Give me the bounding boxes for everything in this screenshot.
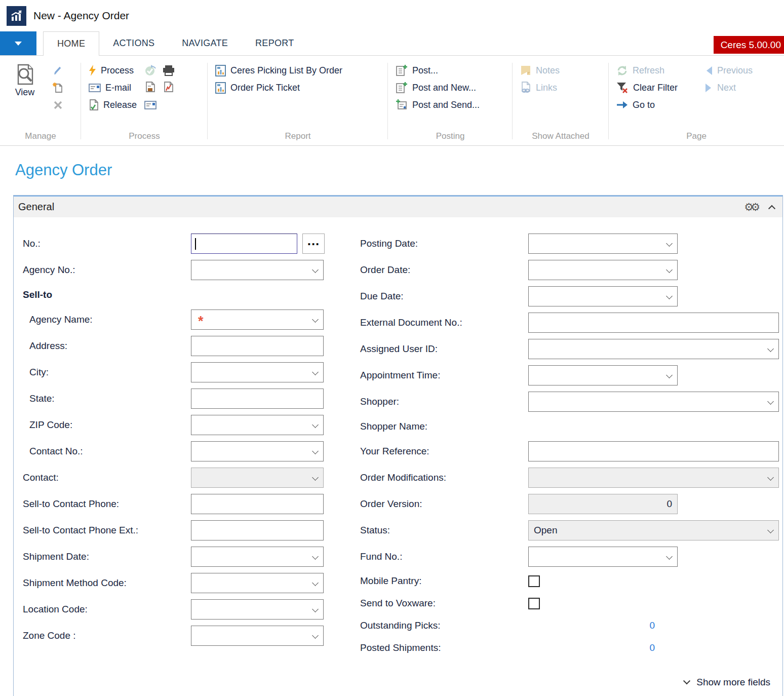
field-row-posted-shipments: Posted Shipments: 0 xyxy=(360,637,784,659)
state-input[interactable] xyxy=(191,389,324,409)
clear-filter-button[interactable]: Clear Filter xyxy=(614,79,702,96)
field-row-shipment-date: Shipment Date: xyxy=(23,544,347,570)
ceres-picking-list-button[interactable]: Ceres Picking List By Order xyxy=(213,62,345,79)
chevron-down-icon xyxy=(666,266,673,273)
post-send-icon xyxy=(396,99,408,111)
notes-button-label: Notes xyxy=(536,65,560,76)
posting-date-dropdown[interactable] xyxy=(528,234,678,254)
tab-home[interactable]: HOME xyxy=(43,31,99,56)
outstanding-picks-value[interactable]: 0 xyxy=(528,620,655,631)
post-and-send-button[interactable]: Post and Send... xyxy=(393,96,482,113)
shopper-dropdown[interactable] xyxy=(528,392,779,412)
city-label: City: xyxy=(23,367,191,378)
chevron-down-icon xyxy=(312,266,319,273)
edit-button[interactable] xyxy=(49,62,67,79)
show-more-fields-button[interactable]: Show more fields xyxy=(684,677,770,688)
picking-document-button[interactable] xyxy=(141,79,160,96)
due-date-dropdown[interactable] xyxy=(528,286,678,306)
general-fasttab: General ⚙⚙ No.: ... Agency No.: xyxy=(13,195,783,696)
no-assist-edit-button[interactable]: ... xyxy=(302,234,325,254)
tab-report[interactable]: REPORT xyxy=(242,31,307,55)
your-reference-input[interactable] xyxy=(528,441,779,461)
shipment-method-code-label: Shipment Method Code: xyxy=(23,577,191,589)
goto-button[interactable]: Go to xyxy=(614,96,702,113)
process-button[interactable]: Process xyxy=(86,62,139,79)
city-dropdown[interactable] xyxy=(191,362,324,382)
post-button-label: Post... xyxy=(412,65,438,76)
appointment-time-dropdown[interactable] xyxy=(528,365,678,385)
general-header-label: General xyxy=(18,201,54,213)
delete-x-icon xyxy=(53,100,63,110)
sell-to-group-header: Sell-to xyxy=(23,283,347,306)
send-email-button[interactable] xyxy=(141,96,160,113)
send-to-voxware-checkbox[interactable] xyxy=(528,598,540,609)
post-and-new-button[interactable]: Post and New... xyxy=(393,79,482,96)
agency-no-dropdown[interactable] xyxy=(191,260,324,280)
show-more-fields-label: Show more fields xyxy=(696,677,770,688)
posted-shipments-value[interactable]: 0 xyxy=(528,642,655,653)
sell-to-contact-phone-ext-input[interactable] xyxy=(191,520,324,540)
status-value: Open xyxy=(529,521,778,540)
ribbon-group-report: Ceres Picking List By Order Order Pick T… xyxy=(208,56,388,145)
field-row-send-voxware: Send to Voxware: xyxy=(360,592,784,614)
contact-label: Contact: xyxy=(23,472,191,483)
external-document-no-input[interactable] xyxy=(528,313,779,333)
chevron-down-icon xyxy=(312,632,319,639)
view-button[interactable]: View xyxy=(5,62,45,131)
refresh-icon xyxy=(616,65,628,76)
statistics-icon xyxy=(163,82,175,94)
assigned-user-id-dropdown[interactable] xyxy=(528,339,779,359)
field-row-phone-ext: Sell-to Contact Phone Ext.: xyxy=(23,517,347,544)
zone-code-label: Zone Code : xyxy=(23,630,191,641)
order-date-label: Order Date: xyxy=(360,264,528,276)
your-reference-label: Your Reference: xyxy=(360,446,528,457)
chevron-down-icon xyxy=(312,316,319,323)
general-fasttab-header[interactable]: General ⚙⚙ xyxy=(14,196,782,217)
notes-button: Notes xyxy=(518,62,562,79)
mobile-pantry-checkbox[interactable] xyxy=(528,575,540,587)
app-chart-icon xyxy=(7,6,26,26)
tab-actions[interactable]: ACTIONS xyxy=(99,31,168,55)
contact-no-label: Contact No.: xyxy=(23,446,191,457)
address-input[interactable] xyxy=(191,336,324,356)
mandatory-asterisk: * xyxy=(198,314,204,329)
no-input[interactable] xyxy=(191,234,297,254)
shipment-date-dropdown[interactable] xyxy=(191,547,324,567)
fund-no-dropdown[interactable] xyxy=(528,547,678,567)
zip-code-dropdown[interactable] xyxy=(191,415,324,435)
settings-gears-icon[interactable]: ⚙⚙ xyxy=(744,201,757,213)
pencil-icon xyxy=(53,65,63,75)
field-row-city: City: xyxy=(23,359,347,385)
sell-to-contact-phone-input[interactable] xyxy=(191,494,324,514)
zone-code-dropdown[interactable] xyxy=(191,626,324,646)
clear-filter-icon xyxy=(616,82,629,94)
pick-document-icon xyxy=(144,82,156,94)
contact-dropdown xyxy=(191,468,324,488)
tab-navigate[interactable]: NAVIGATE xyxy=(168,31,242,55)
shipment-method-code-dropdown[interactable] xyxy=(191,573,324,593)
form-column-right: Posting Date: Order Date: Due Date: Exte… xyxy=(360,230,784,659)
goto-button-label: Go to xyxy=(633,100,655,110)
print-button[interactable] xyxy=(160,62,178,79)
statistics-button[interactable] xyxy=(160,79,178,96)
group-label-page: Page xyxy=(609,131,784,145)
lightning-icon xyxy=(89,65,96,76)
release-button[interactable]: Release xyxy=(86,96,139,113)
new-document-button[interactable] xyxy=(49,79,67,96)
post-button[interactable]: Post... xyxy=(393,62,482,79)
email-icon xyxy=(89,84,101,92)
sell-to-contact-phone-ext-label: Sell-to Contact Phone Ext.: xyxy=(23,525,191,536)
order-date-dropdown[interactable] xyxy=(528,260,678,280)
status-label: Status: xyxy=(360,525,528,536)
chevron-down-icon xyxy=(666,553,673,560)
field-row-shopper: Shopper: xyxy=(360,389,784,415)
email-button[interactable]: E-mail xyxy=(86,79,139,96)
location-code-dropdown[interactable] xyxy=(191,599,324,620)
agency-name-dropdown[interactable]: * xyxy=(191,310,324,330)
collapse-chevron-icon[interactable] xyxy=(768,205,775,212)
field-row-order-modifications: Order Modifications: xyxy=(360,465,784,491)
text-caret xyxy=(195,238,196,250)
contact-no-dropdown[interactable] xyxy=(191,441,324,461)
order-pick-ticket-button[interactable]: Order Pick Ticket xyxy=(213,79,345,96)
app-menu-button[interactable] xyxy=(0,31,36,55)
